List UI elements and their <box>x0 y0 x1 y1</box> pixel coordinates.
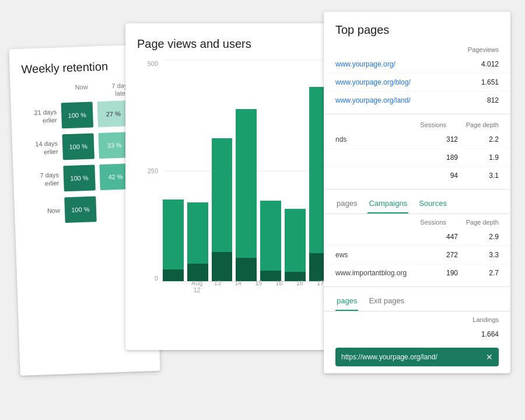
tp-depth-c2: 3.3 <box>458 251 499 259</box>
tab-sources[interactable]: Sources <box>418 194 448 214</box>
tp-sess-s3: 94 <box>417 172 458 180</box>
bar-14 <box>212 60 233 281</box>
tp-label-s1: nds <box>335 135 417 144</box>
tp-sess-c1: 447 <box>417 233 458 241</box>
y-label-250: 250 <box>137 167 158 174</box>
tp-colheader-sessions: Sessions <box>405 121 446 128</box>
cell-21-now: 100 % <box>61 102 94 129</box>
row-label-14: 14 dayserlier <box>24 139 58 158</box>
tp-colheaders-2: Sessions Page depth <box>324 119 510 131</box>
tp-depth-s3: 3.1 <box>458 172 499 180</box>
tp-pv-1: 4.012 <box>458 60 499 68</box>
tp-row-s3: 94 3.1 <box>324 167 510 184</box>
retention-row-14: 14 dayserlier 100 % 33 % <box>24 132 141 162</box>
bar-bot-15 <box>236 258 257 281</box>
bar-16a <box>260 60 281 281</box>
bar-stack-16a <box>260 201 281 281</box>
cell-21-later: 27 % <box>97 101 130 128</box>
y-label-0: 0 <box>137 275 158 282</box>
col-now: Now <box>64 83 99 99</box>
tp-row-c1: 447 2.9 <box>324 228 510 246</box>
bar-top-14 <box>212 138 233 252</box>
x-16: 16 <box>271 279 288 293</box>
row-label-21: 21 dayserlier <box>23 108 57 126</box>
tp-colheader-depth: Page depth <box>458 121 499 128</box>
y-label-500: 500 <box>137 60 158 67</box>
tp-label-c2: ews <box>335 251 417 259</box>
tp-row-3: www.yourpage.org/land/ 812 <box>324 92 510 109</box>
tp-colheaders-1: Pageviews <box>324 44 510 55</box>
x-13: 13 <box>209 279 226 293</box>
tp-colheader-sessions2: Sessions <box>405 219 446 226</box>
tp-section-4: Landings 1.664 <box>324 314 510 343</box>
bar-bot-13 <box>187 264 208 281</box>
tp-colheader-depth2: Page depth <box>458 219 499 226</box>
cell-now: 100 % <box>64 197 97 223</box>
tp-row-c3: www.importantblog.org 190 2.7 <box>324 264 510 282</box>
tp-row-2: www.yourpage.org/blog/ 1.651 <box>324 74 510 92</box>
tp-depth-c1: 2.9 <box>458 233 499 241</box>
tp-divider-2 <box>324 189 510 190</box>
tp-sess-s1: 312 <box>417 135 458 144</box>
tp-colheaders-3: Sessions Page depth <box>324 216 510 228</box>
bar-13 <box>187 60 208 281</box>
tp-colheaders-4: Landings <box>324 314 510 326</box>
x-15: 15 <box>250 279 267 293</box>
cell-7-now: 100 % <box>63 165 96 192</box>
bar-top-aug12 <box>163 200 184 270</box>
tab-exit-pages[interactable]: Exit pages <box>368 292 405 311</box>
retention-row-7: 7 dayserlier 100 % 42 % <box>24 163 142 193</box>
tp-landings-l1: 1.664 <box>458 330 499 338</box>
bar-top-13 <box>187 202 208 264</box>
top-pages-card: Top pages Pageviews www.yourpage.org/ 4.… <box>324 12 510 373</box>
tab-pages-bottom[interactable]: pages <box>335 292 358 311</box>
bar-bot-aug12 <box>163 270 184 281</box>
bar-16b <box>285 60 306 281</box>
retention-header: Now 7 dayslater <box>22 82 139 101</box>
x-14: 14 <box>230 279 247 293</box>
x-aug12: Aug 12 <box>188 279 205 293</box>
tp-sess-s2: 189 <box>417 153 458 162</box>
bar-stack-13 <box>187 202 208 281</box>
tab-campaigns[interactable]: Campaigns <box>368 194 408 214</box>
tp-row-1: www.yourpage.org/ 4.012 <box>324 55 510 74</box>
tp-row-c2: ews 272 3.3 <box>324 246 510 264</box>
tp-section-1: Pageviews www.yourpage.org/ 4.012 www.yo… <box>324 44 510 109</box>
bar-top-15 <box>236 109 257 258</box>
url-bar-text: https://www.yourpage.org/land/ <box>341 353 486 361</box>
bar-aug12 <box>163 60 184 281</box>
tp-pv-3: 812 <box>458 96 499 104</box>
bar-stack-16b <box>285 209 306 281</box>
tp-tabs-bottom: pages Exit pages <box>324 292 510 312</box>
tp-depth-c3: 2.7 <box>458 269 499 277</box>
tp-label-c3: www.importantblog.org <box>335 269 417 277</box>
bar-stack-15 <box>236 109 257 281</box>
retention-bars-14: 100 % 33 % <box>62 132 130 160</box>
tp-divider-3 <box>324 286 510 287</box>
retention-bars-7: 100 % 42 % <box>63 164 131 192</box>
tp-sess-c3: 190 <box>417 269 458 277</box>
tp-url-1: www.yourpage.org/ <box>335 60 458 68</box>
tp-depth-s1: 2.2 <box>458 135 499 144</box>
x-16b: 16 <box>291 279 308 293</box>
tab-pages[interactable]: pages <box>335 194 358 214</box>
close-icon[interactable]: ✕ <box>486 352 493 362</box>
row-label-7: 7 dayserlier <box>25 171 60 189</box>
url-bar: https://www.yourpage.org/land/ ✕ <box>335 348 499 366</box>
tp-row-l1: 1.664 <box>324 326 510 343</box>
bar-stack-aug12 <box>163 200 184 281</box>
tp-colheader-pageviews: Pageviews <box>458 46 499 53</box>
tp-url-2: www.yourpage.org/blog/ <box>335 78 458 86</box>
retention-row-21: 21 dayserlier 100 % 27 % <box>23 100 140 130</box>
cell-14-now: 100 % <box>62 134 94 160</box>
tp-divider-1 <box>324 114 510 114</box>
tp-row-s1: nds 312 2.2 <box>324 131 510 149</box>
tp-section-3: Sessions Page depth 447 2.9 ews 272 3.3 … <box>324 216 510 282</box>
tp-sess-c2: 272 <box>417 251 458 259</box>
retention-bars-21: 100 % 27 % <box>61 101 130 129</box>
tp-depth-s2: 1.9 <box>458 153 499 162</box>
retention-bars-now: 100 % <box>64 197 97 223</box>
bar-stack-14 <box>212 138 233 281</box>
tp-url-3: www.yourpage.org/land/ <box>335 96 458 104</box>
tp-section-2: Sessions Page depth nds 312 2.2 189 1.9 … <box>324 119 510 184</box>
